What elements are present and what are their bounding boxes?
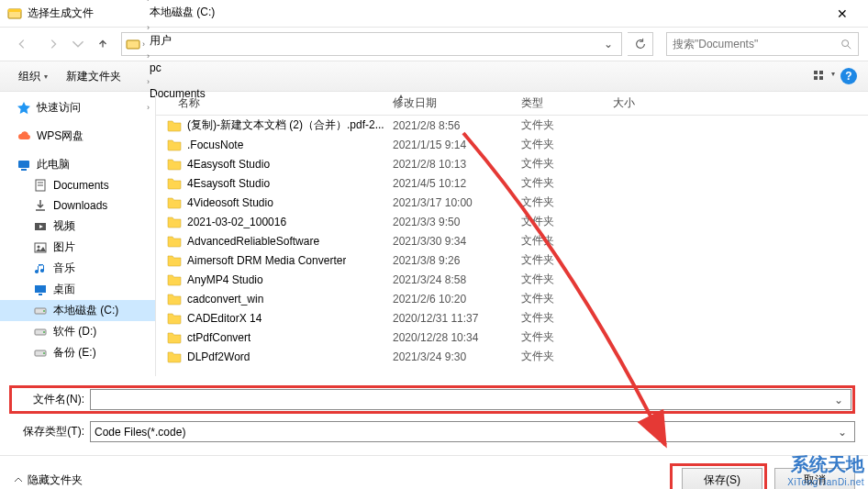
file-name: cadconvert_win [187, 293, 263, 306]
table-row[interactable]: 4Esaysoft Studio2021/4/5 10:12文件夹 [156, 173, 868, 193]
filename-input[interactable] [95, 394, 830, 406]
table-row[interactable]: CADEditorX 142020/12/31 11:37文件夹 [156, 308, 868, 328]
address-bar[interactable]: › 此电脑›本地磁盘 (C:)›用户›pc›Documents› ⌄ [121, 32, 622, 56]
dl-icon [33, 198, 48, 213]
svg-rect-7 [814, 76, 818, 80]
file-date: 2021/3/17 10:00 [385, 196, 514, 209]
table-row[interactable]: AdvancedReliableSoftware2021/3/30 9:34文件… [156, 231, 868, 250]
breadcrumb-1[interactable]: 本地磁盘 (C:) [147, 5, 217, 20]
sidebar-item-label: 音乐 [53, 261, 75, 276]
column-date[interactable]: 修改日期 [385, 95, 514, 111]
save-button[interactable]: 保存(S) [682, 468, 762, 489]
file-type: 文件夹 [514, 252, 606, 268]
sidebar-item-pc[interactable]: 此电脑 [0, 154, 155, 175]
sidebar-item-c[interactable]: 本地磁盘 (C:) [0, 300, 155, 321]
breadcrumb-3[interactable]: pc [147, 61, 217, 74]
file-name: 4Esaysoft Studio [187, 177, 270, 190]
close-button[interactable]: ✕ [824, 6, 861, 21]
table-row[interactable]: cadconvert_win2021/2/6 10:20文件夹 [156, 289, 868, 308]
address-dropdown[interactable]: ⌄ [599, 38, 618, 50]
file-rows[interactable]: (复制)-新建文本文档 (2)（合并）.pdf-2...2021/2/8 8:5… [156, 116, 868, 376]
svg-rect-8 [819, 76, 823, 80]
table-row[interactable]: 2021-03-02_1000162021/3/3 9:50文件夹 [156, 212, 868, 231]
pic-icon [33, 240, 48, 255]
sidebar-item-quick[interactable]: 快速访问 [0, 97, 155, 118]
file-type: 文件夹 [514, 349, 606, 364]
sidebar-item-d[interactable]: 软件 (D:) [0, 321, 155, 342]
view-options-button[interactable]: ▾ [811, 70, 837, 83]
file-name: AdvancedReliableSoftware [187, 235, 319, 248]
svg-point-22 [43, 331, 45, 333]
file-type: 文件夹 [514, 291, 606, 306]
hide-folders-button[interactable]: 隐藏文件夹 [13, 472, 83, 488]
nav-up-button[interactable] [90, 31, 116, 57]
help-button[interactable]: ? [840, 68, 857, 84]
star-icon [17, 101, 31, 116]
sidebar-item-video[interactable]: 视频 [0, 216, 155, 237]
folder-icon [167, 350, 182, 363]
title-bar: 选择生成文件 ✕ [0, 0, 868, 28]
refresh-button[interactable] [628, 32, 653, 56]
nav-back-button[interactable] [9, 31, 35, 57]
table-row[interactable]: AnyMP4 Studio2021/3/24 8:58文件夹 [156, 270, 868, 289]
organize-button[interactable]: 组织▾ [11, 65, 55, 88]
filename-dropdown[interactable]: ⌄ [830, 394, 847, 406]
sidebar: 快速访问WPS网盘此电脑DocumentsDownloads视频图片音乐桌面本地… [0, 92, 156, 376]
dialog-footer: 隐藏文件夹 保存(S) 取消 [0, 455, 868, 489]
filetype-field[interactable]: Code Files(*.code) ⌄ [90, 421, 855, 442]
file-date: 2021/2/8 10:13 [385, 158, 514, 171]
search-icon [840, 38, 852, 50]
filename-field[interactable]: ⌄ [90, 389, 851, 410]
table-row[interactable]: (复制)-新建文本文档 (2)（合并）.pdf-2...2021/2/8 8:5… [156, 116, 868, 135]
column-type[interactable]: 类型 [514, 95, 606, 111]
file-type: 文件夹 [514, 233, 606, 249]
file-date: 2021/3/8 9:26 [385, 254, 514, 267]
file-type: 文件夹 [514, 156, 606, 172]
column-size[interactable]: 大小 [606, 95, 679, 111]
file-name: AnyMP4 Studio [187, 273, 263, 286]
filetype-value: Code Files(*.code) [95, 426, 834, 439]
cancel-button[interactable]: 取消 [774, 468, 855, 489]
nav-history-dropdown[interactable] [72, 31, 84, 57]
sidebar-item-desk[interactable]: 桌面 [0, 279, 155, 300]
nav-forward-button[interactable] [40, 31, 66, 57]
table-row[interactable]: Aimersoft DRM Media Converter2021/3/8 9:… [156, 250, 868, 270]
file-name: (复制)-新建文本文档 (2)（合并）.pdf-2... [187, 117, 384, 133]
column-headers: 名称 修改日期 类型 大小 [156, 92, 868, 116]
search-input[interactable] [673, 38, 840, 50]
svg-point-16 [38, 245, 40, 248]
sidebar-item-docs[interactable]: Documents [0, 175, 155, 195]
main-area: 快速访问WPS网盘此电脑DocumentsDownloads视频图片音乐桌面本地… [0, 92, 868, 376]
folder-icon [167, 196, 182, 209]
sidebar-item-pics[interactable]: 图片 [0, 237, 155, 258]
svg-point-20 [43, 310, 45, 312]
sidebar-item-music[interactable]: 音乐 [0, 258, 155, 279]
file-name: ctPdfConvert [187, 331, 250, 344]
sidebar-item-dl[interactable]: Downloads [0, 195, 155, 216]
search-box[interactable] [666, 32, 859, 56]
file-date: 2021/4/5 10:12 [385, 177, 514, 190]
file-name: CADEditorX 14 [187, 312, 262, 325]
file-name: DLPdf2Word [187, 350, 250, 363]
column-name[interactable]: 名称 [156, 95, 385, 111]
folder-icon [167, 177, 182, 190]
filetype-dropdown[interactable]: ⌄ [834, 426, 851, 439]
table-row[interactable]: DLPdf2Word2021/3/24 9:30文件夹 [156, 347, 868, 366]
table-row[interactable]: .FocusNote2021/1/15 9:14文件夹 [156, 135, 868, 154]
folder-icon [167, 158, 182, 171]
sidebar-item-label: 图片 [53, 239, 75, 255]
breadcrumb-2[interactable]: 用户 [147, 33, 217, 49]
sidebar-item-e[interactable]: 备份 (E:) [0, 342, 155, 363]
table-row[interactable]: ctPdfConvert2020/12/28 10:34文件夹 [156, 328, 868, 347]
sidebar-item-wps[interactable]: WPS网盘 [0, 126, 155, 147]
sidebar-item-label: 快速访问 [37, 100, 81, 116]
file-date: 2021/3/24 8:58 [385, 273, 514, 286]
folder-icon [167, 312, 182, 325]
table-row[interactable]: 4Easysoft Studio2021/2/8 10:13文件夹 [156, 154, 868, 173]
drive-icon [33, 304, 48, 318]
cloud-icon [17, 129, 31, 144]
svg-line-4 [848, 46, 851, 50]
table-row[interactable]: 4Videosoft Studio2021/3/17 10:00文件夹 [156, 193, 868, 212]
folder-icon [167, 331, 182, 344]
new-folder-button[interactable]: 新建文件夹 [59, 65, 128, 88]
